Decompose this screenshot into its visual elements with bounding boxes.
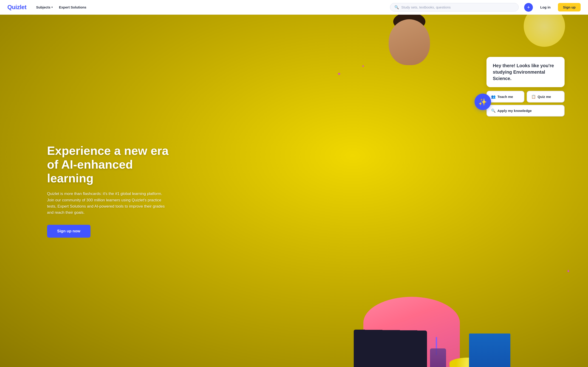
quizlet-logo[interactable]: Quizlet xyxy=(7,4,26,11)
laptop-device xyxy=(354,329,427,367)
hero-title: Experience a new era of AI-enhanced lear… xyxy=(47,144,180,185)
apply-knowledge-label: Apply my knowledge xyxy=(498,109,532,113)
ai-action-buttons: 👥 Teach me 📋 Quiz me 🔍 Apply my knowledg… xyxy=(486,91,565,117)
person-head xyxy=(389,19,430,65)
hero-content: Experience a new era of AI-enhanced lear… xyxy=(47,144,180,238)
hero-section: Experience a new era of AI-enhanced lear… xyxy=(0,15,588,367)
magic-wand-icon: ✨ xyxy=(478,98,487,106)
person-figure xyxy=(345,15,506,367)
hero-signup-button[interactable]: Sign up now xyxy=(47,225,90,238)
magic-wand-button[interactable]: ✨ xyxy=(475,94,491,110)
ai-widget: Hey there! Looks like you're studying En… xyxy=(486,57,565,117)
apply-knowledge-button[interactable]: 🔍 Apply my knowledge xyxy=(486,105,565,117)
sparkle-icon-1: ✦ xyxy=(337,71,341,77)
apply-knowledge-icon: 🔍 xyxy=(491,108,496,113)
nav-links: Subjects ▾ Expert Solutions xyxy=(34,4,89,10)
hero-subtitle: Quizlet is more than flashcards: it's th… xyxy=(47,191,166,216)
quiz-me-button[interactable]: 📋 Quiz me xyxy=(527,91,565,102)
search-bar: 🔍 xyxy=(390,3,519,11)
search-input[interactable] xyxy=(401,5,514,9)
sparkle-icon-3: ✦ xyxy=(566,268,570,274)
quiz-me-label: Quiz me xyxy=(538,95,551,99)
signup-button[interactable]: Sign up xyxy=(558,3,581,11)
teach-me-label: Teach me xyxy=(498,95,513,99)
subjects-nav-item[interactable]: Subjects ▾ xyxy=(34,4,55,10)
chevron-down-icon: ▾ xyxy=(52,6,52,8)
expert-solutions-nav-item[interactable]: Expert Solutions xyxy=(57,4,89,10)
search-icon: 🔍 xyxy=(394,5,399,9)
plus-icon: + xyxy=(527,4,530,10)
ai-chat-text: Hey there! Looks like you're studying En… xyxy=(493,63,554,81)
blue-laptop xyxy=(469,334,510,367)
expert-solutions-label: Expert Solutions xyxy=(59,5,86,9)
drink-cup xyxy=(430,348,446,367)
login-button[interactable]: Log in xyxy=(536,3,554,11)
ai-chat-bubble: Hey there! Looks like you're studying En… xyxy=(486,57,565,87)
sparkle-icon-2: ✦ xyxy=(362,64,364,68)
navbar: Quizlet Subjects ▾ Expert Solutions 🔍 + … xyxy=(0,0,588,15)
ai-btn-row-1: 👥 Teach me 📋 Quiz me xyxy=(486,91,565,102)
create-plus-button[interactable]: + xyxy=(524,3,533,12)
teach-me-icon: 👥 xyxy=(491,94,496,99)
quiz-me-icon: 📋 xyxy=(531,94,536,99)
teach-me-button[interactable]: 👥 Teach me xyxy=(486,91,524,102)
subjects-label: Subjects xyxy=(36,5,51,9)
nav-actions: + Log in Sign up xyxy=(524,3,581,12)
